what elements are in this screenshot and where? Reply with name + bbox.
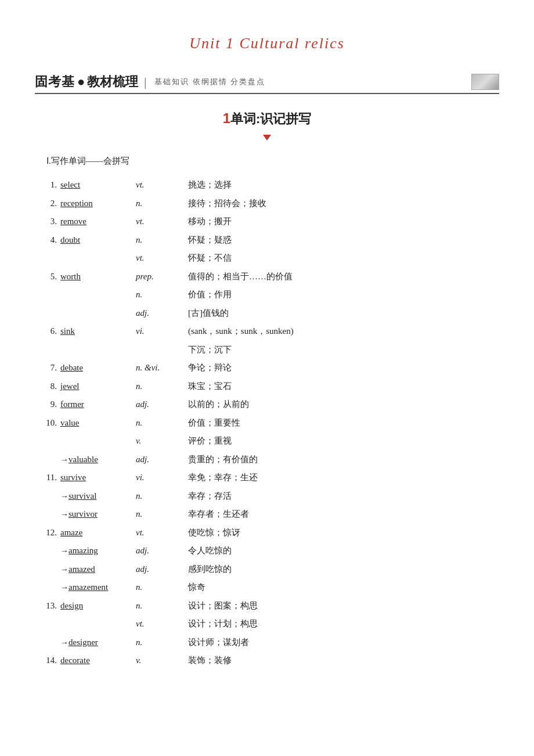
word-pos: prep. bbox=[136, 268, 188, 286]
deriv-num bbox=[35, 487, 60, 506]
table-row: →amazingadj.令人吃惊的 bbox=[35, 542, 499, 560]
word-pos2: vt. bbox=[136, 615, 188, 633]
deriv-word: →amazed bbox=[60, 560, 136, 579]
word-meaning: 装饰；装修 bbox=[188, 651, 499, 670]
word-number: 4. bbox=[35, 231, 60, 250]
word-meaning3: [古]值钱的 bbox=[188, 304, 499, 323]
table-row: 3.removevt.移动；搬开 bbox=[35, 213, 499, 231]
word-pos: vi. bbox=[136, 322, 188, 341]
deriv-word: →survival bbox=[60, 487, 136, 506]
word-pos3: adj. bbox=[136, 304, 188, 323]
word-term: remove bbox=[60, 213, 136, 231]
word-term: worth bbox=[60, 268, 136, 286]
table-row: 12.amazevt.使吃惊；惊讶 bbox=[35, 524, 499, 542]
word-meaning: 移动；搬开 bbox=[188, 213, 499, 231]
word-number: 7. bbox=[35, 359, 60, 377]
word-pos: n. bbox=[136, 377, 188, 396]
word-number: 1. bbox=[35, 176, 60, 195]
word-pos: vi. bbox=[136, 469, 188, 487]
table-row: 1.selectvt.挑选；选择 bbox=[35, 176, 499, 195]
word-meaning: 设计；图案；构思 bbox=[188, 597, 499, 615]
word-term: survive bbox=[60, 469, 136, 487]
word-meaning: 以前的；从前的 bbox=[188, 395, 499, 414]
word-number: 12. bbox=[35, 524, 60, 542]
deriv-pos: adj. bbox=[136, 542, 188, 560]
word-meaning2: 怀疑；不信 bbox=[188, 249, 499, 268]
word-meaning-extra: 下沉；沉下 bbox=[188, 341, 499, 359]
table-row: adj.[古]值钱的 bbox=[35, 304, 499, 323]
deriv-word: →survivor bbox=[60, 505, 136, 524]
table-row: vt.设计；计划；构思 bbox=[35, 615, 499, 633]
word-pos: n. bbox=[136, 597, 188, 615]
word-pos: n. bbox=[136, 414, 188, 433]
word-pos: adj. bbox=[136, 395, 188, 414]
deriv-meaning: 惊奇 bbox=[188, 578, 499, 597]
word-term: doubt bbox=[60, 231, 136, 250]
word-meaning: 怀疑；疑惑 bbox=[188, 231, 499, 250]
word-term: value bbox=[60, 414, 136, 433]
word-meaning: 接待；招待会；接收 bbox=[188, 195, 499, 213]
word-meaning: 值得的；相当于……的价值 bbox=[188, 268, 499, 286]
word-number: 9. bbox=[35, 395, 60, 414]
word-meaning: 挑选；选择 bbox=[188, 176, 499, 195]
word-number: 6. bbox=[35, 322, 60, 341]
deriv-word: →amazing bbox=[60, 542, 136, 560]
deriv-num bbox=[35, 578, 60, 597]
word-pos: n. bbox=[136, 231, 188, 250]
arrow-icon: → bbox=[60, 638, 68, 647]
word-pos: vt. bbox=[136, 213, 188, 231]
word-term: decorate bbox=[60, 651, 136, 670]
word-term: reception bbox=[60, 195, 136, 213]
word-number: 10. bbox=[35, 414, 60, 433]
table-row: 2.receptionn.接待；招待会；接收 bbox=[35, 195, 499, 213]
word-term: select bbox=[60, 176, 136, 195]
word-number: 14. bbox=[35, 651, 60, 670]
deriv-pos: adj. bbox=[136, 560, 188, 579]
vocab-number: 1 bbox=[223, 110, 230, 126]
table-row: 5.worthprep.值得的；相当于……的价值 bbox=[35, 268, 499, 286]
word-pos2: n. bbox=[136, 286, 188, 304]
deriv-num bbox=[35, 633, 60, 652]
deriv-meaning: 感到吃惊的 bbox=[188, 560, 499, 579]
table-row: n.价值；作用 bbox=[35, 286, 499, 304]
section-header: 固考基 ● 教材梳理 | 基础知识 依纲据情 分类盘点 bbox=[35, 73, 499, 94]
section-main2: 教材梳理 bbox=[87, 73, 138, 91]
word-term: jewel bbox=[60, 377, 136, 396]
section-decoration bbox=[471, 74, 499, 90]
table-row: vt.怀疑；不信 bbox=[35, 249, 499, 268]
section-main1: 固考基 bbox=[35, 73, 75, 91]
word-pos: v. bbox=[136, 651, 188, 670]
deriv-word: →amazement bbox=[60, 578, 136, 597]
table-row: 10.valuen.价值；重要性 bbox=[35, 414, 499, 433]
table-row: →survivaln.幸存；存活 bbox=[35, 487, 499, 506]
arrow-icon: → bbox=[60, 546, 68, 555]
deriv-pos: n. bbox=[136, 578, 188, 597]
word-meaning: 价值；重要性 bbox=[188, 414, 499, 433]
table-row: 7.debaten. &vi.争论；辩论 bbox=[35, 359, 499, 377]
section-pipe: | bbox=[144, 75, 146, 89]
table-row: →amazedadj.感到吃惊的 bbox=[35, 560, 499, 579]
word-meaning2: 评价；重视 bbox=[188, 432, 499, 451]
arrow-icon: → bbox=[60, 510, 68, 519]
word-meaning: 幸免；幸存；生还 bbox=[188, 469, 499, 487]
deriv-meaning: 令人吃惊的 bbox=[188, 542, 499, 560]
deriv-pos: n. bbox=[136, 487, 188, 506]
word-number: 11. bbox=[35, 469, 60, 487]
word-pos: vt. bbox=[136, 176, 188, 195]
table-row: →valuableadj.贵重的；有价值的 bbox=[35, 451, 499, 469]
table-row: 4.doubtn.怀疑；疑惑 bbox=[35, 231, 499, 250]
deriv-pos: adj. bbox=[136, 451, 188, 469]
deriv-num bbox=[35, 451, 60, 469]
vocab-section-title: 1单词:识记拼写 bbox=[35, 110, 499, 144]
word-number: 2. bbox=[35, 195, 60, 213]
word-pos2: v. bbox=[136, 432, 188, 451]
deriv-pos: n. bbox=[136, 633, 188, 652]
arrow-icon: → bbox=[60, 565, 68, 574]
deriv-meaning: 幸存者；生还者 bbox=[188, 505, 499, 524]
page-title: Unit 1 Cultural relics bbox=[35, 35, 499, 52]
deriv-num bbox=[35, 505, 60, 524]
word-term: former bbox=[60, 395, 136, 414]
deriv-word: →valuable bbox=[60, 451, 136, 469]
word-meaning: 争论；辩论 bbox=[188, 359, 499, 377]
word-pos2: vt. bbox=[136, 249, 188, 268]
